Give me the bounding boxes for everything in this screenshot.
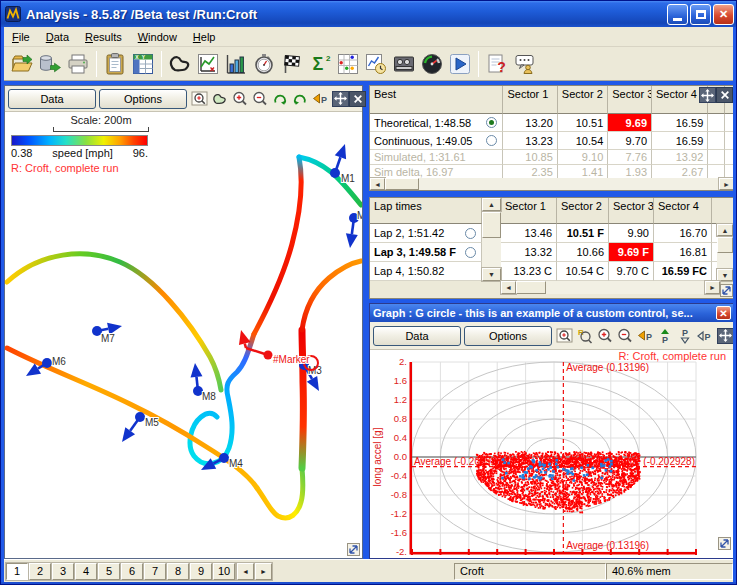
feedback-icon[interactable] (511, 50, 539, 78)
page-tab-7[interactable]: 7 (144, 563, 166, 580)
table-row[interactable]: Lap 3, 1:49.58 F13.3210.669.69 F16.81 (370, 243, 734, 262)
scroll-right-icon[interactable]: ► (719, 178, 734, 190)
page-tab-3[interactable]: 3 (52, 563, 74, 580)
zoom-in-icon[interactable] (595, 326, 614, 345)
menu-results[interactable]: Results (77, 29, 130, 45)
track-marker-M1[interactable]: M1 (330, 144, 355, 184)
table-row[interactable]: Theoretical, 1:48.5813.2010.519.6916.59 (370, 114, 734, 132)
column-header[interactable]: Sector 1 (503, 86, 557, 114)
column-header[interactable]: Sector 3 (608, 86, 652, 114)
zoom-window-icon[interactable] (190, 89, 209, 108)
menu-file[interactable]: File (4, 29, 38, 45)
lap-down-icon[interactable]: P (675, 326, 694, 345)
scroll-right-icon[interactable]: ► (705, 281, 720, 294)
stopwatch-icon[interactable] (250, 50, 278, 78)
track-map-canvas[interactable]: M1M2M3M4M5M6M7M8#Marker (5, 112, 362, 558)
scroll-left-icon[interactable]: ◄ (501, 281, 516, 294)
prev-lap-icon[interactable]: P (310, 89, 329, 108)
best-hscrollbar[interactable]: ◄ ► (370, 178, 734, 190)
xy-values-icon[interactable]: XY (129, 50, 157, 78)
column-header[interactable]: Sector 1 (501, 198, 557, 224)
column-header[interactable]: Sector 3 (609, 198, 654, 224)
bar-chart-icon[interactable] (222, 50, 250, 78)
graph-close-icon[interactable]: ✕ (716, 306, 731, 320)
clipboard-icon[interactable] (101, 50, 129, 78)
graph-title-bar[interactable]: Graph : G circle - this is an example of… (370, 304, 734, 322)
scroll-thumb[interactable] (385, 178, 419, 190)
finish-flag-icon[interactable] (278, 50, 306, 78)
title-bar[interactable]: Analysis - 8.5.87 /Beta test /Run:Croft … (1, 1, 737, 27)
scroll-thumb[interactable] (516, 281, 546, 294)
zoom-track-icon[interactable] (210, 89, 229, 108)
column-header[interactable]: Sector 2 (557, 198, 609, 224)
gauge-icon[interactable] (418, 50, 446, 78)
lap-right-vscrollbar[interactable]: ▲ ▼ (717, 224, 733, 281)
move-panel-icon[interactable] (699, 87, 716, 103)
redo-icon[interactable] (270, 89, 289, 108)
close-panel-icon[interactable] (349, 91, 366, 107)
row-radio-button[interactable] (486, 117, 497, 128)
scroll-up-icon[interactable]: ▲ (482, 198, 501, 211)
table-row[interactable]: Lap 2, 1:51.4213.4610.51 F9.9016.70 (370, 224, 734, 243)
zoom-out-icon[interactable] (615, 326, 634, 345)
undo-icon[interactable] (290, 89, 309, 108)
lap-up-icon[interactable]: P (655, 326, 674, 345)
table-row[interactable]: Simulated, 1:31.6110.859.107.7613.92 (370, 150, 734, 165)
page-tab-8[interactable]: 8 (167, 563, 189, 580)
move-panel-icon[interactable] (332, 91, 349, 107)
map-data-button[interactable]: Data (8, 89, 96, 109)
row-label[interactable]: Theoretical, 1:48.58 (370, 114, 503, 132)
page-tab-5[interactable]: 5 (98, 563, 120, 580)
column-header[interactable]: Sector 2 (558, 86, 608, 114)
track-map-icon[interactable] (166, 50, 194, 78)
menu-window[interactable]: Window (130, 29, 185, 45)
prev-lap-icon[interactable]: P (635, 326, 654, 345)
track-marker-M5[interactable]: M5 (122, 412, 159, 442)
row-label[interactable]: Simulated, 1:31.61 (370, 150, 503, 165)
track-marker-M8[interactable]: M8 (191, 363, 217, 402)
row-label[interactable]: Lap 3, 1:49.58 F (370, 243, 482, 262)
analysis-graph-icon[interactable] (194, 50, 222, 78)
row-label[interactable]: Lap 2, 1:51.42 (370, 224, 482, 243)
lap-hscrollbar[interactable]: ◄ ► (501, 281, 720, 294)
resize-grip-icon[interactable] (347, 543, 360, 556)
sum-sigma-icon[interactable]: Σ2 (306, 50, 334, 78)
page-tab-2[interactable]: 2 (29, 563, 51, 580)
menu-help[interactable]: Help (185, 29, 224, 45)
row-label[interactable]: Continuous, 1:49.05 (370, 132, 503, 150)
play-icon[interactable] (446, 50, 474, 78)
tabs-scroll-right-icon[interactable]: ► (255, 563, 272, 580)
graph-options-button[interactable]: Options (464, 326, 552, 346)
graph-data-button[interactable]: Data (373, 326, 461, 346)
zoom-in-icon[interactable] (230, 89, 249, 108)
resize-grip-icon[interactable] (720, 284, 733, 297)
scroll-left-icon[interactable]: ◄ (370, 178, 385, 190)
channel-grid-icon[interactable] (334, 50, 362, 78)
row-radio-button[interactable] (486, 135, 497, 146)
close-panel-icon[interactable] (716, 87, 733, 103)
zoom-reset-icon[interactable]: R (575, 326, 594, 345)
row-label[interactable]: Lap 4, 1:50.82 (370, 262, 482, 281)
scroll-down-icon[interactable]: ▼ (482, 268, 501, 281)
video-icon[interactable] (390, 50, 418, 78)
scroll-down-icon[interactable]: ▼ (717, 269, 733, 281)
column-header[interactable]: Sector 4 (654, 198, 712, 224)
close-button[interactable]: ✕ (713, 4, 734, 25)
page-tab-10[interactable]: 10 (213, 563, 235, 580)
zoom-out-icon[interactable] (250, 89, 269, 108)
lap-vscrollbar[interactable]: ▲ ▼ (482, 198, 501, 281)
page-tab-1[interactable]: 1 (6, 563, 28, 580)
zoom-window-icon[interactable] (555, 326, 574, 345)
g-circle-plot[interactable]: R: Croft, complete run Average (0.13196)… (370, 350, 734, 558)
track-marker-M7[interactable]: M7 (92, 323, 122, 344)
minimize-button[interactable] (667, 4, 688, 25)
scroll-up-icon[interactable]: ▲ (717, 224, 733, 236)
map-options-button[interactable]: Options (99, 89, 187, 109)
help-icon[interactable]: ? (483, 50, 511, 78)
maximize-button[interactable] (690, 4, 711, 25)
menu-data[interactable]: Data (38, 29, 77, 45)
table-row[interactable]: Continuous, 1:49.0513.2310.549.7016.59 (370, 132, 734, 150)
import-data-icon[interactable] (36, 50, 64, 78)
page-tab-4[interactable]: 4 (75, 563, 97, 580)
open-icon[interactable] (8, 50, 36, 78)
